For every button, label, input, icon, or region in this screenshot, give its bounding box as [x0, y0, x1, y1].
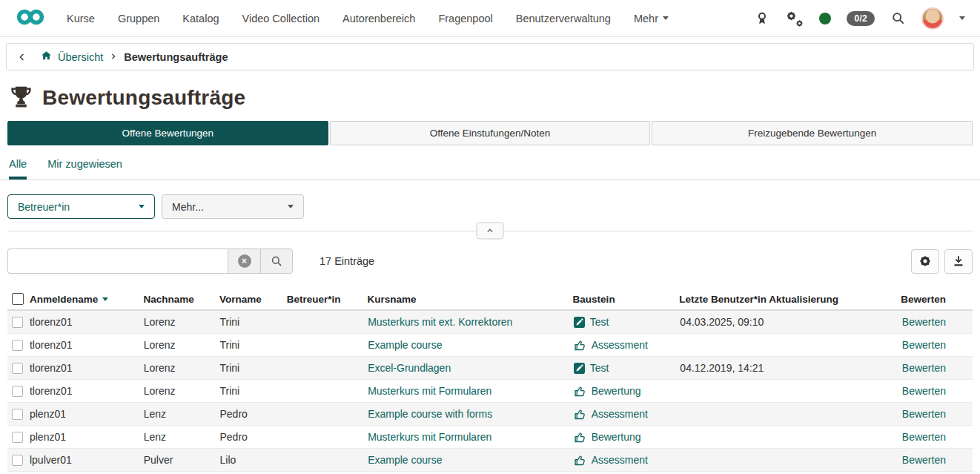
bewerten-link[interactable]: Bewerten [902, 408, 946, 420]
nav-item-kurse[interactable]: Kurse [67, 13, 95, 24]
breadcrumb-home-label[interactable]: Übersicht [58, 51, 103, 63]
column-header-baustein[interactable]: Baustein [573, 294, 680, 305]
baustein-label: Bewertung [592, 431, 641, 443]
search-input[interactable] [7, 248, 228, 274]
trophy-icon [9, 85, 33, 111]
bewerten-link[interactable]: Bewerten [902, 362, 946, 374]
tab-freizugebende-bewertungen[interactable]: Freizugebende Bewertungen [652, 121, 973, 145]
bewerten-link[interactable]: Bewerten [902, 316, 946, 328]
cell-vorname: Pedro [219, 431, 287, 443]
user-avatar[interactable] [921, 7, 944, 30]
filter-mehr-label: Mehr... [172, 201, 204, 213]
cell-anmeldename: tlorenz01 [30, 316, 144, 328]
column-header-anmeldename[interactable]: Anmeldename [30, 294, 144, 305]
baustein-label: Bewertung [592, 385, 641, 397]
course-link[interactable]: Example course [368, 339, 442, 351]
cell-letzte-aktualisierung: 04.03.2025, 09:10 [680, 316, 901, 328]
subtab-alle[interactable]: Alle [9, 158, 27, 180]
column-header-nachname[interactable]: Nachname [143, 294, 219, 305]
baustein-link[interactable]: Test [574, 316, 681, 328]
table-row: lpulver01 Pulver Lilo Example course Ass… [7, 449, 973, 472]
course-link[interactable]: Example course with forms [368, 408, 492, 420]
column-header-kursname[interactable]: Kursname [367, 294, 572, 305]
bewerten-link[interactable]: Bewerten [902, 454, 946, 466]
course-link[interactable]: Musterkurs mit ext. Korrektoren [368, 316, 512, 328]
select-all-checkbox[interactable] [12, 293, 24, 305]
infinity-icon [16, 8, 44, 28]
filter-betreuer-label: Betreuer*in [18, 201, 70, 213]
table-header-row: Anmeldename Nachname Vorname Betreuer*in… [7, 289, 973, 311]
filter-bar: Betreuer*in Mehr... [7, 194, 973, 219]
breadcrumb-separator-icon [110, 51, 117, 63]
nav-item-benutzerverwaltung[interactable]: Benutzerverwaltung [516, 13, 611, 24]
filter-mehr-dropdown[interactable]: Mehr... [162, 194, 304, 219]
navbar-right-cluster: 0/2 [754, 7, 965, 30]
column-header-letzte-aktualisierung[interactable]: Letzte Benutzer*in Aktualisierung [679, 294, 901, 305]
row-checkbox[interactable] [12, 363, 23, 374]
chevron-down-icon [139, 205, 145, 208]
back-chevron-icon[interactable] [17, 51, 27, 63]
user-menu-caret-icon[interactable] [959, 16, 965, 20]
course-link[interactable]: Musterkurs mit Formularen [368, 385, 491, 397]
subtab-mir-zugewiesen[interactable]: Mir zugewiesen [47, 158, 122, 180]
table-settings-button[interactable] [911, 249, 939, 274]
baustein-link[interactable]: Assessment [574, 339, 681, 352]
course-link[interactable]: Excel-Grundlagen [368, 362, 451, 374]
page-title: Bewertungsaufträge [42, 86, 245, 110]
row-checkbox[interactable] [12, 455, 23, 466]
tab-offene-einstufungen[interactable]: Offene Einstufungen/Noten [330, 121, 651, 145]
download-icon [952, 254, 965, 268]
download-button[interactable] [944, 249, 973, 274]
bewerten-link[interactable]: Bewerten [902, 431, 946, 443]
award-icon[interactable] [754, 10, 770, 27]
baustein-link[interactable]: Bewertung [574, 431, 681, 444]
cell-nachname: Lorenz [144, 316, 220, 328]
filter-betreuer-dropdown[interactable]: Betreuer*in [7, 194, 155, 219]
baustein-link[interactable]: Bewertung [574, 385, 681, 398]
main-tabs: Offene Bewertungen Offene Einstufungen/N… [7, 121, 973, 145]
row-checkbox[interactable] [12, 409, 23, 420]
column-header-vorname[interactable]: Vorname [219, 294, 287, 305]
gears-icon[interactable] [786, 10, 804, 27]
row-checkbox[interactable] [12, 340, 23, 351]
tab-offene-bewertungen[interactable]: Offene Bewertungen [7, 121, 328, 145]
pencil-square-icon [574, 317, 585, 328]
column-header-bewerten: Bewerten [901, 294, 973, 305]
nav-item-fragenpool[interactable]: Fragenpool [438, 13, 492, 24]
clear-icon: × [238, 254, 251, 268]
nav-item-gruppen[interactable]: Gruppen [118, 13, 159, 24]
search-submit-button[interactable] [260, 248, 293, 274]
openolat-logo[interactable] [16, 8, 44, 28]
baustein-link[interactable]: Assessment [574, 408, 681, 421]
search-icon[interactable] [890, 10, 906, 26]
nav-item-mehr[interactable]: Mehr [634, 13, 669, 24]
nav-item-autorenbereich[interactable]: Autorenbereich [342, 13, 415, 24]
cell-vorname: Trini [219, 316, 287, 328]
bewerten-link[interactable]: Bewerten [902, 385, 946, 397]
row-checkbox[interactable] [12, 386, 23, 397]
cell-nachname: Lorenz [144, 385, 220, 397]
baustein-link[interactable]: Assessment [574, 454, 681, 467]
cell-anmeldename: tlorenz01 [30, 339, 144, 351]
nav-item-katalog[interactable]: Katalog [182, 13, 219, 24]
gear-icon [918, 254, 932, 268]
baustein-link[interactable]: Test [574, 362, 681, 374]
column-header-betreuer[interactable]: Betreuer*in [287, 294, 368, 305]
course-link[interactable]: Example course [368, 454, 442, 466]
row-checkbox[interactable] [12, 432, 23, 443]
cell-anmeldename: tlorenz01 [30, 362, 144, 374]
row-checkbox[interactable] [12, 317, 23, 328]
status-dot-icon[interactable] [819, 13, 831, 24]
table-toolbar: × 17 Einträge [7, 248, 973, 274]
task-count-badge[interactable]: 0/2 [847, 11, 875, 26]
cell-nachname: Lorenz [144, 362, 220, 374]
clear-search-button[interactable]: × [228, 248, 260, 274]
table-row: tlorenz01 Lorenz Trini Excel-Grundlagen … [7, 357, 973, 380]
bewerten-link[interactable]: Bewerten [902, 339, 946, 351]
table-row: tlorenz01 Lorenz Trini Musterkurs mit ex… [7, 311, 973, 334]
breadcrumb-home[interactable]: Übersicht [40, 50, 103, 64]
course-link[interactable]: Musterkurs mit Formularen [368, 431, 491, 443]
baustein-label: Assessment [592, 339, 648, 351]
collapse-filters-button[interactable] [477, 223, 504, 240]
nav-item-video-collection[interactable]: Video Collection [242, 13, 320, 24]
